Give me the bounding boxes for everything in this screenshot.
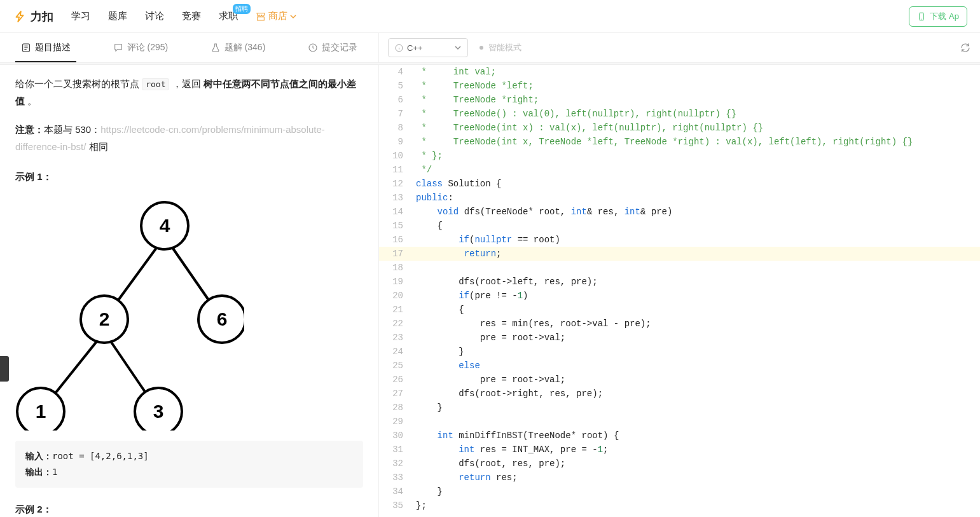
- download-app-button[interactable]: 下载 Ap: [909, 6, 967, 27]
- code-line[interactable]: 11 */: [379, 163, 980, 177]
- code-content[interactable]: * TreeNode() : val(0), left(nullptr), ri…: [412, 107, 980, 121]
- tab-submissions-label: 提交记录: [322, 42, 357, 53]
- code-content[interactable]: }: [412, 485, 980, 499]
- code-line[interactable]: 24 }: [379, 345, 980, 359]
- code-content[interactable]: pre = root->val;: [412, 373, 980, 387]
- code-line[interactable]: 25 else: [379, 359, 980, 373]
- line-number: 9: [379, 135, 412, 149]
- code-line[interactable]: 4 * int val;: [379, 65, 980, 79]
- code-content[interactable]: [412, 261, 980, 275]
- code-content[interactable]: * int val;: [412, 65, 980, 79]
- code-content[interactable]: if(nullptr == root): [412, 233, 980, 247]
- code-content[interactable]: if(pre != -1): [412, 289, 980, 303]
- code-content[interactable]: dfs(root, res, pre);: [412, 457, 980, 471]
- code-line[interactable]: 13public:: [379, 191, 980, 205]
- code-line[interactable]: 20 if(pre != -1): [379, 289, 980, 303]
- line-number: 7: [379, 107, 412, 121]
- code-content[interactable]: * TreeNode *left;: [412, 79, 980, 93]
- code-line[interactable]: 23 pre = root->val;: [379, 331, 980, 345]
- code-content[interactable]: return res;: [412, 471, 980, 485]
- code-content[interactable]: return;: [412, 247, 980, 261]
- code-line[interactable]: 30 int minDiffInBST(TreeNode* root) {: [379, 429, 980, 443]
- flask-icon: [210, 43, 221, 53]
- code-content[interactable]: [412, 415, 980, 429]
- code-content[interactable]: dfs(root->left, res, pre);: [412, 275, 980, 289]
- code-line[interactable]: 6 * TreeNode *right;: [379, 93, 980, 107]
- code-line[interactable]: 5 * TreeNode *left;: [379, 79, 980, 93]
- code-content[interactable]: }: [412, 345, 980, 359]
- code-line[interactable]: 28 }: [379, 401, 980, 415]
- logo[interactable]: 力扣: [13, 9, 53, 24]
- nav-discuss[interactable]: 讨论: [145, 10, 164, 22]
- code-content[interactable]: else: [412, 359, 980, 373]
- smart-mode-toggle[interactable]: 智能模式: [480, 42, 521, 53]
- code-content[interactable]: pre = root->val;: [412, 331, 980, 345]
- language-select[interactable]: C++: [388, 38, 468, 57]
- line-number: 6: [379, 93, 412, 107]
- line-number: 15: [379, 219, 412, 233]
- tab-comments[interactable]: 评论 (295): [92, 33, 189, 62]
- code-content[interactable]: };: [412, 499, 980, 513]
- code-line[interactable]: 26 pre = root->val;: [379, 373, 980, 387]
- code-line[interactable]: 35};: [379, 499, 980, 513]
- line-number: 17: [379, 247, 412, 261]
- brand-text: 力扣: [31, 9, 53, 24]
- nav-jobs[interactable]: 求职 招聘: [219, 10, 238, 22]
- refresh-icon[interactable]: [960, 42, 971, 53]
- code-content[interactable]: res = min(res, root->val - pre);: [412, 317, 980, 331]
- code-line[interactable]: 19 dfs(root->left, res, pre);: [379, 275, 980, 289]
- line-number: 14: [379, 205, 412, 219]
- code-content[interactable]: public:: [412, 191, 980, 205]
- code-line[interactable]: 10 * };: [379, 149, 980, 163]
- code-line[interactable]: 29: [379, 415, 980, 429]
- code-content[interactable]: int res = INT_MAX, pre = -1;: [412, 443, 980, 457]
- code-line[interactable]: 9 * TreeNode(int x, TreeNode *left, Tree…: [379, 135, 980, 149]
- code-line[interactable]: 14 void dfs(TreeNode* root, int& res, in…: [379, 205, 980, 219]
- code-line[interactable]: 32 dfs(root, res, pre);: [379, 457, 980, 471]
- code-line[interactable]: 33 return res;: [379, 471, 980, 485]
- text: 给你一个二叉搜索树的根节点: [15, 78, 142, 89]
- svg-point-1: [921, 18, 922, 19]
- code-content[interactable]: class Solution {: [412, 177, 980, 191]
- line-number: 12: [379, 177, 412, 191]
- code-line[interactable]: 22 res = min(res, root->val - pre);: [379, 317, 980, 331]
- code-content[interactable]: * TreeNode *right;: [412, 93, 980, 107]
- code-line[interactable]: 31 int res = INT_MAX, pre = -1;: [379, 443, 980, 457]
- svg-text:2: 2: [99, 308, 110, 329]
- chevron-down-icon: [290, 13, 296, 20]
- tab-description[interactable]: 题目描述: [0, 33, 92, 62]
- code-editor[interactable]: 4 * int val;5 * TreeNode *left;6 * TreeN…: [379, 65, 980, 517]
- code-content[interactable]: int minDiffInBST(TreeNode* root) {: [412, 429, 980, 443]
- code-content[interactable]: }: [412, 401, 980, 415]
- code-content[interactable]: {: [412, 303, 980, 317]
- code-content[interactable]: */: [412, 163, 980, 177]
- code-line[interactable]: 16 if(nullptr == root): [379, 233, 980, 247]
- tab-submissions[interactable]: 提交记录: [287, 33, 378, 62]
- code-content[interactable]: void dfs(TreeNode* root, int& res, int& …: [412, 205, 980, 219]
- code-line[interactable]: 12class Solution {: [379, 177, 980, 191]
- code-line[interactable]: 27 dfs(root->right, res, pre);: [379, 387, 980, 401]
- nav-problems[interactable]: 题库: [108, 10, 127, 22]
- line-number: 13: [379, 191, 412, 205]
- nav-learn[interactable]: 学习: [71, 10, 90, 22]
- code-content[interactable]: * TreeNode(int x) : val(x), left(nullptr…: [412, 121, 980, 135]
- code-line[interactable]: 34 }: [379, 485, 980, 499]
- code-content[interactable]: * };: [412, 149, 980, 163]
- side-handle[interactable]: [0, 356, 9, 382]
- code-line[interactable]: 7 * TreeNode() : val(0), left(nullptr), …: [379, 107, 980, 121]
- code-line[interactable]: 17 return;: [379, 247, 980, 261]
- code-content[interactable]: * TreeNode(int x, TreeNode *left, TreeNo…: [412, 135, 980, 149]
- chevron-down-icon: [455, 45, 461, 51]
- code-line[interactable]: 21 {: [379, 303, 980, 317]
- code-line[interactable]: 8 * TreeNode(int x) : val(x), left(nullp…: [379, 121, 980, 135]
- tab-solutions[interactable]: 题解 (346): [190, 33, 287, 62]
- nav-store[interactable]: 商店: [256, 10, 296, 22]
- code-content[interactable]: dfs(root->right, res, pre);: [412, 387, 980, 401]
- code-line[interactable]: 18: [379, 261, 980, 275]
- code-line[interactable]: 15 {: [379, 219, 980, 233]
- nav-store-label: 商店: [268, 10, 287, 22]
- example-1-io: 输入：root = [4,2,6,1,3] 输出：1: [15, 441, 363, 488]
- nav-contest[interactable]: 竞赛: [182, 10, 201, 22]
- smart-mode-label: 智能模式: [488, 42, 521, 53]
- code-content[interactable]: {: [412, 219, 980, 233]
